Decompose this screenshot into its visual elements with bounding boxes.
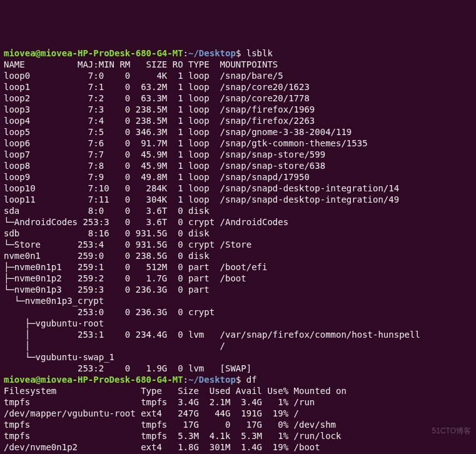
lsblk-row: │ / [4, 340, 472, 351]
lsblk-row: loop4 7:4 0 238.5M 1 loop /snap/firefox/… [4, 115, 472, 126]
lsblk-row: └─nvme0n1p3_crypt [4, 295, 472, 306]
prompt-path: ~/Desktop [188, 48, 236, 58]
lsblk-row: └─Store 253:4 0 931.5G 0 crypt /Store [4, 239, 472, 250]
df-row: /dev/nvme0n1p2 ext4 1.8G 301M 1.4G 19% /… [4, 441, 472, 453]
lsblk-row: loop0 7:0 0 4K 1 loop /snap/bare/5 [4, 70, 472, 81]
prompt-user-host: miovea@miovea-HP-ProDesk-680-G4-MT [4, 48, 183, 58]
df-header: Filesystem Type Size Used Avail Use% Mou… [4, 385, 472, 396]
command-lsblk: lsblk [246, 48, 273, 58]
lsblk-row: loop9 7:9 0 49.8M 1 loop /snap/snapd/179… [4, 171, 472, 183]
lsblk-row: │ 253:1 0 234.4G 0 lvm /var/snap/firefox… [4, 329, 472, 340]
prompt-user-host: miovea@miovea-HP-ProDesk-680-G4-MT [4, 375, 183, 385]
command-df: df [246, 375, 257, 385]
prompt-line[interactable]: miovea@miovea-HP-ProDesk-680-G4-MT:~/Des… [4, 48, 472, 59]
lsblk-row: 253:0 0 236.3G 0 crypt [4, 306, 472, 318]
lsblk-row: nvme0n1 259:0 0 238.5G 0 disk [4, 250, 472, 261]
lsblk-row: loop11 7:11 0 304K 1 loop /snap/snapd-de… [4, 194, 472, 205]
terminal-output: miovea@miovea-HP-ProDesk-680-G4-MT:~/Des… [4, 48, 472, 454]
lsblk-row: sda 8:0 0 3.6T 0 disk [4, 205, 472, 216]
prompt-line[interactable]: miovea@miovea-HP-ProDesk-680-G4-MT:~/Des… [4, 374, 472, 385]
lsblk-row: loop10 7:10 0 284K 1 loop /snap/snapd-de… [4, 183, 472, 194]
lsblk-row: sdb 8:16 0 931.5G 0 disk [4, 228, 472, 239]
lsblk-row: ├─nvme0n1p2 259:2 0 1.7G 0 part /boot [4, 273, 472, 284]
df-row: tmpfs tmpfs 3.4G 2.1M 3.4G 1% /run [4, 396, 472, 408]
lsblk-row: 253:2 0 1.9G 0 lvm [SWAP] [4, 363, 472, 374]
lsblk-row: loop6 7:6 0 91.7M 1 loop /snap/gtk-commo… [4, 138, 472, 149]
lsblk-row: loop2 7:2 0 63.3M 1 loop /snap/core20/17… [4, 93, 472, 104]
lsblk-row: loop7 7:7 0 45.9M 1 loop /snap/snap-stor… [4, 149, 472, 160]
df-row: /dev/mapper/vgubuntu-root ext4 247G 44G … [4, 408, 472, 419]
prompt-separator: : [183, 375, 188, 385]
lsblk-row: loop8 7:8 0 45.9M 1 loop /snap/snap-stor… [4, 160, 472, 171]
prompt-separator: : [183, 48, 188, 58]
lsblk-row: └─vgubuntu-swap_1 [4, 351, 472, 363]
df-row: tmpfs tmpfs 5.3M 4.1k 5.3M 1% /run/lock [4, 430, 472, 441]
df-row: tmpfs tmpfs 17G 0 17G 0% /dev/shm [4, 419, 472, 430]
lsblk-row: └─AndroidCodes 253:3 0 3.6T 0 crypt /And… [4, 216, 472, 228]
lsblk-row: ├─vgubuntu-root [4, 318, 472, 329]
lsblk-row: loop5 7:5 0 346.3M 1 loop /snap/gnome-3-… [4, 126, 472, 138]
prompt-path: ~/Desktop [188, 375, 236, 385]
lsblk-header: NAME MAJ:MIN RM SIZE RO TYPE MOUNTPOINTS [4, 59, 472, 70]
lsblk-row: └─nvme0n1p3 259:3 0 236.3G 0 part [4, 284, 472, 295]
prompt-dollar: $ [236, 375, 246, 385]
lsblk-row: loop1 7:1 0 63.2M 1 loop /snap/core20/16… [4, 81, 472, 93]
prompt-dollar: $ [236, 48, 246, 58]
lsblk-row: ├─nvme0n1p1 259:1 0 512M 0 part /boot/ef… [4, 261, 472, 273]
lsblk-row: loop3 7:3 0 238.5M 1 loop /snap/firefox/… [4, 104, 472, 115]
